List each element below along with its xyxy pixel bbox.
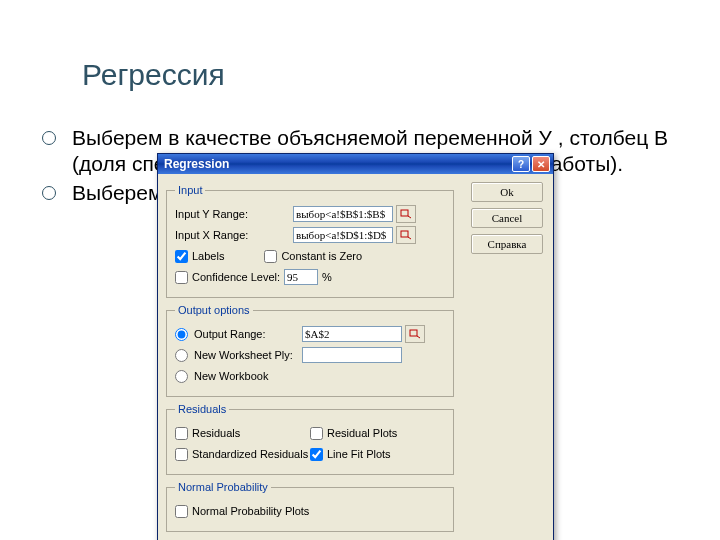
confidence-checkbox[interactable] <box>175 271 188 284</box>
labels-checkbox-label: Labels <box>192 250 224 262</box>
line-fit-plots-label: Line Fit Plots <box>327 448 391 460</box>
output-legend: Output options <box>175 304 253 316</box>
output-fieldset: Output options Output Range: New Workshe… <box>166 304 454 397</box>
residuals-legend: Residuals <box>175 403 229 415</box>
residuals-checkbox[interactable] <box>175 427 188 440</box>
refedit-icon[interactable] <box>396 205 416 223</box>
new-worksheet-radio[interactable] <box>175 349 188 362</box>
output-range-input[interactable] <box>302 326 402 342</box>
input-y-label: Input Y Range: <box>175 208 293 220</box>
output-range-label: Output Range: <box>194 328 302 340</box>
svg-rect-2 <box>410 330 417 336</box>
svg-rect-1 <box>401 231 408 237</box>
svg-rect-0 <box>401 210 408 216</box>
std-residuals-label: Standardized Residuals <box>192 448 308 460</box>
residuals-label: Residuals <box>192 427 240 439</box>
bullet-marker-icon <box>42 186 56 200</box>
dialog-title: Regression <box>164 157 229 171</box>
new-workbook-radio[interactable] <box>175 370 188 383</box>
normal-prob-label: Normal Probability Plots <box>192 505 309 517</box>
confidence-label: Confidence Level: <box>192 271 280 283</box>
residuals-fieldset: Residuals Residuals Standardized Residua… <box>166 403 454 475</box>
confidence-suffix: % <box>322 271 332 283</box>
constant-zero-checkbox[interactable] <box>264 250 277 263</box>
input-fieldset: Input Input Y Range: Input X Range: Labe… <box>166 184 454 298</box>
input-x-range[interactable] <box>293 227 393 243</box>
bullet-marker-icon <box>42 131 56 145</box>
normal-legend: Normal Probability <box>175 481 271 493</box>
dialog-titlebar[interactable]: Regression ? ✕ <box>158 154 553 174</box>
std-residuals-checkbox[interactable] <box>175 448 188 461</box>
normal-prob-checkbox[interactable] <box>175 505 188 518</box>
new-workbook-label: New Workbook <box>194 370 268 382</box>
new-worksheet-label: New Worksheet Ply: <box>194 349 302 361</box>
residual-plots-checkbox[interactable] <box>310 427 323 440</box>
input-y-range[interactable] <box>293 206 393 222</box>
ok-button[interactable]: Ok <box>471 182 543 202</box>
refedit-icon[interactable] <box>396 226 416 244</box>
cancel-button[interactable]: Cancel <box>471 208 543 228</box>
new-worksheet-input[interactable] <box>302 347 402 363</box>
normal-fieldset: Normal Probability Normal Probability Pl… <box>166 481 454 532</box>
help-sidebar-button[interactable]: Справка <box>471 234 543 254</box>
line-fit-plots-checkbox[interactable] <box>310 448 323 461</box>
residual-plots-label: Residual Plots <box>327 427 397 439</box>
input-x-label: Input X Range: <box>175 229 293 241</box>
confidence-value[interactable] <box>284 269 318 285</box>
regression-dialog: Regression ? ✕ Ok Cancel Справка Input I… <box>157 153 554 540</box>
output-range-radio[interactable] <box>175 328 188 341</box>
input-legend: Input <box>175 184 205 196</box>
close-button[interactable]: ✕ <box>532 156 550 172</box>
help-button[interactable]: ? <box>512 156 530 172</box>
labels-checkbox[interactable] <box>175 250 188 263</box>
constant-zero-label: Constant is Zero <box>281 250 362 262</box>
refedit-icon[interactable] <box>405 325 425 343</box>
slide-title: Регрессия <box>82 58 225 92</box>
